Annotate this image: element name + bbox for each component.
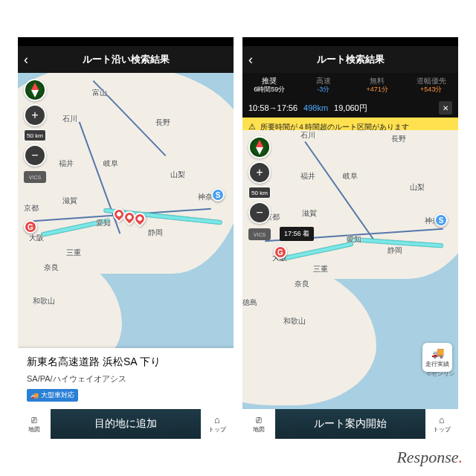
page-title: ルート沿い検索結果 <box>18 53 234 66</box>
top-button[interactable]: ⌂ トップ <box>201 409 234 439</box>
title-bar: ‹ ルート検索結果 <box>242 46 458 73</box>
add-destination-button[interactable]: 目的地に追加 <box>51 417 201 431</box>
start-guidance-button[interactable]: ルート案内開始 <box>275 417 425 431</box>
start-marker[interactable]: S <box>211 188 225 202</box>
map-area[interactable]: + 50 km − VICS 石川 福井 岐阜 長野 山梨 神奈川 京都 滋賀 … <box>242 130 458 409</box>
vics-badge: VICS <box>248 228 271 240</box>
zoom-out-button[interactable]: − <box>248 202 271 224</box>
large-vehicle-badge: 🚚 大型車対応 <box>27 389 78 402</box>
back-button[interactable]: ‹ <box>248 52 253 68</box>
top-button[interactable]: ⌂ トップ <box>425 409 458 439</box>
status-bar <box>18 37 234 46</box>
tab-highway[interactable]: 高速-3分 <box>297 73 351 99</box>
truck-icon: 🚚 <box>30 392 39 399</box>
zoom-out-button[interactable]: − <box>24 144 46 167</box>
compass-icon[interactable] <box>248 136 271 158</box>
zoom-in-button[interactable]: + <box>24 104 46 126</box>
route-tabs: 推奨6時間59分 高速-3分 無料+471分 道幅優先+543分 <box>242 73 458 99</box>
phone-right: ‹ ルート検索結果 推奨6時間59分 高速-3分 無料+471分 道幅優先+54… <box>242 37 458 439</box>
home-icon: ⌂ <box>439 415 445 425</box>
back-button[interactable]: ‹ <box>24 52 28 68</box>
zoom-in-button[interactable]: + <box>248 161 271 184</box>
map-controls: + 50 km − VICS <box>248 136 271 240</box>
truck-icon: 🚚 <box>431 347 444 358</box>
route-cost: 19,060円 <box>334 103 367 114</box>
phone-left: ‹ ルート沿い検索結果 + 50 km − VICS 富山 石川 長野 <box>18 37 234 439</box>
tab-recommended[interactable]: 推奨6時間59分 <box>242 73 297 99</box>
goal-marker[interactable]: G <box>24 220 37 234</box>
map-controls: + 50 km − VICS <box>24 79 46 183</box>
watermark: Response. <box>396 448 463 467</box>
close-icon[interactable]: ✕ <box>439 101 452 115</box>
vics-badge: VICS <box>24 171 46 183</box>
route-summary: 10:58→17:56 498km 19,060円 ✕ <box>242 99 458 118</box>
route-time: 10:58→17:56 <box>248 103 298 112</box>
start-marker[interactable]: S <box>434 213 448 227</box>
pin-icon: ⎚ <box>31 415 37 425</box>
map-button[interactable]: ⎚ 地図 <box>18 409 51 439</box>
tab-wide[interactable]: 道幅優先+543分 <box>405 73 459 99</box>
tab-free[interactable]: 無料+471分 <box>350 73 405 99</box>
status-bar <box>242 37 458 46</box>
route-distance: 498km <box>303 103 328 112</box>
action-bar: ⎚ 地図 目的地に追加 ⌂ トップ <box>18 409 234 439</box>
home-icon: ⌂ <box>214 415 220 425</box>
scale-badge: 50 km <box>24 129 46 141</box>
action-bar: ⎚ 地図 ルート案内開始 ⌂ トップ <box>242 409 458 439</box>
info-card: 新東名高速道路 浜松SA 下り SA/PA/ハイウェイオアシス 🚚 大型車対応 <box>18 348 234 410</box>
goal-marker[interactable]: G <box>274 245 287 259</box>
title-bar: ‹ ルート沿い検索結果 <box>18 46 234 73</box>
compass-icon[interactable] <box>24 79 46 101</box>
page-title: ルート検索結果 <box>242 53 458 66</box>
poi-name: 新東名高速道路 浜松SA 下り <box>27 356 225 369</box>
scale-badge: 50 km <box>248 187 271 199</box>
map-button[interactable]: ⎚ 地図 <box>242 409 275 439</box>
driving-history-button[interactable]: 🚚 走行実績 <box>422 343 452 372</box>
pin-icon: ⎚ <box>256 415 262 425</box>
eta-bubble: 17:56 着 <box>280 227 314 241</box>
poi-category: SA/PA/ハイウェイオアシス <box>27 373 225 385</box>
